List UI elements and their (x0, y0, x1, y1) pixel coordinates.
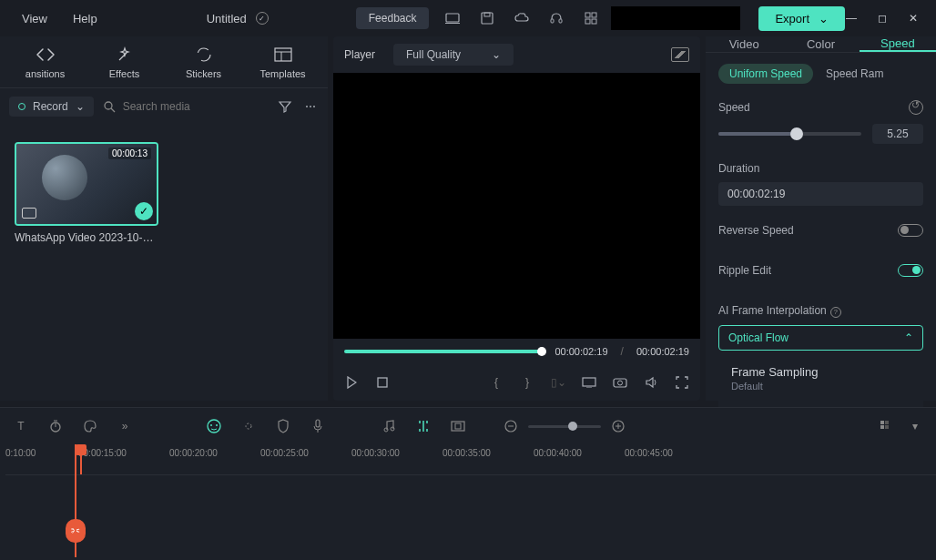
filter-icon[interactable] (277, 98, 293, 115)
speed-slider-row: 5.25 (718, 124, 923, 144)
quality-dropdown[interactable]: Full Quality ⌄ (393, 44, 514, 66)
tab-video[interactable]: Video (706, 36, 782, 52)
window-controls: — ◻ ✕ (845, 12, 936, 25)
top-bar: View Help Untitled ✓ Feedback Export ⌄ —… (0, 0, 936, 36)
ratio-icon[interactable]: ▯⌄ (551, 375, 565, 390)
track-options-icon[interactable]: ▾ (907, 418, 923, 434)
svg-rect-2 (482, 13, 493, 24)
timeline-ruler[interactable]: 0:10:00 00:00:15:00 00:00:20:00 00:00:25… (5, 444, 936, 475)
search-area (103, 100, 268, 113)
speed-slider[interactable] (718, 132, 861, 136)
help-icon[interactable]: ? (830, 307, 841, 318)
svg-line-15 (111, 108, 115, 112)
minimize-button[interactable]: — (845, 12, 858, 25)
playhead[interactable] (80, 444, 82, 474)
more-tools-icon[interactable]: » (117, 418, 133, 434)
scrubber-track[interactable] (344, 350, 542, 353)
option-title: Frame Sampling (731, 365, 911, 379)
speed-value[interactable]: 5.25 (872, 124, 923, 144)
snapshot-icon[interactable] (671, 47, 689, 62)
music-icon[interactable] (381, 418, 397, 434)
zoom-slider[interactable] (528, 425, 601, 428)
scrubber-head[interactable] (537, 347, 546, 356)
svg-rect-0 (446, 14, 459, 22)
menu-view[interactable]: View (22, 12, 47, 25)
sparkle-icon[interactable] (240, 418, 257, 434)
timeline-tracks[interactable]: ✂ (0, 475, 936, 557)
play-icon[interactable] (344, 375, 359, 390)
subtab-speed-ramp[interactable]: Speed Ram (822, 64, 887, 84)
mark-in-icon[interactable]: { (489, 375, 504, 390)
media-clip[interactable]: 00:00:13 ✓ (15, 142, 158, 226)
headset-icon[interactable] (549, 11, 564, 25)
timeline-zoom (503, 418, 626, 434)
track-view-icon[interactable] (878, 418, 894, 434)
search-input[interactable] (123, 100, 241, 113)
interp-dropdown[interactable]: Optical Flow ⌃ (718, 325, 923, 351)
tab-label: Templates (243, 68, 322, 79)
tab-transitions[interactable]: ansitions (5, 45, 85, 79)
svg-rect-6 (585, 13, 590, 17)
tab-speed[interactable]: Speed (860, 36, 936, 52)
stop-icon[interactable] (375, 375, 390, 390)
effects-icon (85, 45, 164, 65)
svg-rect-8 (585, 19, 590, 24)
saved-indicator-icon: ✓ (256, 12, 269, 25)
ruler-mark: 00:00:40:00 (534, 448, 582, 458)
grid-icon[interactable] (584, 11, 598, 25)
tab-effects[interactable]: Effects (85, 45, 164, 79)
save-icon[interactable] (480, 11, 494, 25)
tab-label: Effects (85, 68, 164, 79)
close-button[interactable]: ✕ (907, 12, 920, 25)
tab-color[interactable]: Color (782, 36, 859, 52)
svg-rect-16 (378, 378, 387, 387)
cloud-icon[interactable] (514, 11, 529, 25)
reverse-toggle[interactable] (898, 224, 923, 237)
menu-help[interactable]: Help (73, 12, 97, 25)
ai-face-icon[interactable] (206, 418, 222, 434)
more-icon[interactable]: ⋯ (302, 98, 319, 115)
media-grid: 00:00:13 ✓ WhatsApp Video 2023-10-05... (0, 124, 328, 262)
templates-icon (243, 45, 322, 65)
subtab-uniform-speed[interactable]: Uniform Speed (718, 64, 813, 84)
option-subtitle: Default (731, 381, 911, 392)
palette-icon[interactable] (82, 418, 98, 434)
device-icon[interactable] (445, 11, 460, 25)
zoom-out-icon[interactable] (503, 418, 519, 434)
reset-speed-icon[interactable] (909, 100, 923, 115)
reverse-section: Reverse Speed (706, 215, 936, 255)
svg-point-24 (208, 420, 220, 433)
ruler-mark: 00:00:20:00 (169, 448, 218, 458)
shield-icon[interactable] (275, 418, 291, 434)
crop-icon[interactable] (450, 418, 466, 434)
playhead-handle[interactable] (76, 444, 86, 455)
tab-stickers[interactable]: Stickers (164, 45, 243, 79)
record-label: Record (33, 100, 68, 113)
svg-rect-11 (275, 48, 291, 61)
mark-out-icon[interactable]: } (520, 375, 534, 390)
text-tool-icon[interactable]: T (13, 418, 29, 434)
playhead-line[interactable] (75, 444, 76, 557)
maximize-button[interactable]: ◻ (876, 12, 889, 25)
fullscreen-icon[interactable] (675, 375, 689, 390)
tab-templates[interactable]: Templates (243, 45, 322, 79)
record-button[interactable]: Record ⌄ (9, 97, 94, 117)
tab-label: ansitions (5, 68, 85, 79)
interp-option-frame-sampling[interactable]: Frame Sampling Default (718, 356, 923, 401)
volume-icon[interactable] (644, 375, 658, 390)
zoom-in-icon[interactable] (610, 418, 626, 434)
slider-thumb[interactable] (790, 127, 803, 140)
feedback-button[interactable]: Feedback (356, 7, 430, 29)
mic-icon[interactable] (310, 418, 326, 434)
duration-input[interactable] (718, 182, 923, 206)
svg-rect-3 (484, 13, 490, 16)
ripple-toggle[interactable] (898, 264, 923, 277)
auto-cut-icon[interactable] (415, 418, 432, 434)
ruler-mark: 0:10:00 (5, 448, 36, 458)
display-icon[interactable] (582, 375, 596, 390)
camera-icon[interactable] (613, 375, 627, 390)
timer-icon[interactable] (47, 418, 64, 434)
export-button[interactable]: Export ⌄ (758, 6, 845, 31)
preview-viewport[interactable] (333, 73, 700, 339)
zoom-thumb[interactable] (568, 422, 577, 431)
